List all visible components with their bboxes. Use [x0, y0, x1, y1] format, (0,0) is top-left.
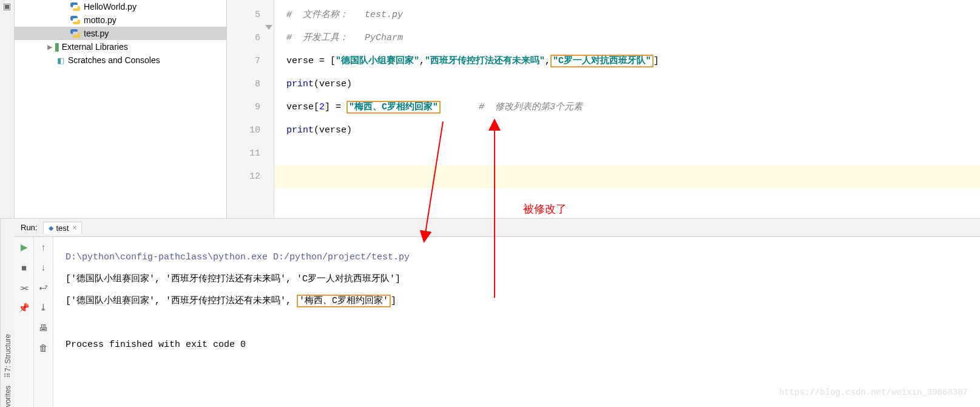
line-number: 11 [227, 142, 260, 165]
highlight-box-1: "C罗一人对抗西班牙队" [550, 55, 654, 67]
chevron-right-icon[interactable]: ▶ [47, 43, 52, 51]
run-panel-header: Run: ◆ test × [15, 219, 980, 237]
editor-gutter: 5 6 7 8 9 10 11 12 [227, 0, 274, 218]
tree-file-helloworld[interactable]: HelloWorld.py [15, 0, 226, 13]
console-output[interactable]: D:\python\config-pathclass\python.exe D:… [53, 237, 980, 407]
python-file-icon [70, 29, 80, 38]
layout-icon[interactable]: ⫘ [19, 282, 29, 293]
left-tool-strip: ▣ [0, 0, 15, 218]
tree-file-label: test.py [84, 29, 109, 38]
annotation-label: 被修改了 [523, 202, 567, 216]
line-number: 12 [227, 165, 260, 188]
watermark: https://blog.csdn.net/weixin_39868387 [779, 381, 968, 403]
project-icon[interactable]: ▣ [3, 1, 11, 11]
line-number: 9 [227, 96, 260, 119]
run-tab[interactable]: ◆ test × [43, 222, 82, 234]
tree-file-label: HelloWorld.py [84, 2, 137, 12]
library-icon: ||| [55, 42, 58, 52]
highlight-box-2: "梅西、C罗相约回家" [346, 101, 441, 114]
run-tab-label: test [56, 224, 69, 233]
tree-scratch-label: Scratches and Consoles [68, 55, 160, 65]
tree-file-label: motto.py [84, 15, 117, 25]
line-number: 6 [227, 27, 260, 50]
tree-lib-label: External Libraries [62, 42, 128, 52]
run-toolbar-secondary: ↑ ↓ ⮐ ⤓ 🖶 🗑 [34, 237, 53, 407]
print-icon[interactable]: 🖶 [39, 323, 48, 333]
collapse-marker-icon[interactable] [265, 24, 273, 33]
code-comment: # 文件名称： test.py [286, 10, 403, 20]
tree-file-motto[interactable]: motto.py [15, 13, 226, 27]
exec-path: D:\python\config-pathclass\python.exe D:… [66, 252, 410, 262]
exit-message: Process finished with exit code 0 [66, 334, 968, 356]
line-number: 10 [227, 119, 260, 142]
scratches-icon: ◧ [57, 56, 64, 65]
run-toolbar-primary: ▶ ■ ⫘ 📌 [15, 237, 34, 407]
trash-icon[interactable]: 🗑 [39, 343, 48, 353]
close-icon[interactable]: × [72, 224, 76, 232]
python-file-icon [70, 2, 80, 12]
tree-scratches[interactable]: ◧ Scratches and Consoles [15, 53, 226, 67]
up-icon[interactable]: ↑ [41, 242, 46, 252]
python-icon: ◆ [49, 224, 53, 232]
wrap-icon[interactable]: ⮐ [39, 282, 48, 292]
python-file-icon [70, 15, 80, 25]
code-area[interactable]: # 文件名称： test.py # 开发工具： PyCharm verse = … [274, 0, 980, 218]
tree-file-test[interactable]: test.py [15, 27, 226, 40]
tree-external-libraries[interactable]: ▶ ||| External Libraries [15, 40, 226, 53]
pin-icon[interactable]: 📌 [18, 303, 30, 313]
down-icon[interactable]: ↓ [41, 262, 46, 272]
project-tree[interactable]: HelloWorld.py motto.py test.py ▶ ||| Ext… [15, 0, 227, 218]
code-comment: # 开发工具： PyCharm [286, 33, 403, 43]
line-number: 5 [227, 4, 260, 27]
run-icon[interactable]: ▶ [21, 242, 28, 253]
line-number: 8 [227, 73, 260, 96]
sidebar-structure-tab[interactable]: vorites ⠿ 7: Structure [0, 219, 15, 407]
run-label: Run: [21, 223, 37, 232]
highlight-box-3: '梅西、C罗相约回家' [297, 295, 391, 307]
code-editor[interactable]: 5 6 7 8 9 10 11 12 # 文件名称： test.py # 开发工… [227, 0, 980, 218]
line-number: 7 [227, 50, 260, 73]
stop-icon[interactable]: ■ [21, 262, 27, 273]
scroll-icon[interactable]: ⤓ [39, 302, 47, 313]
